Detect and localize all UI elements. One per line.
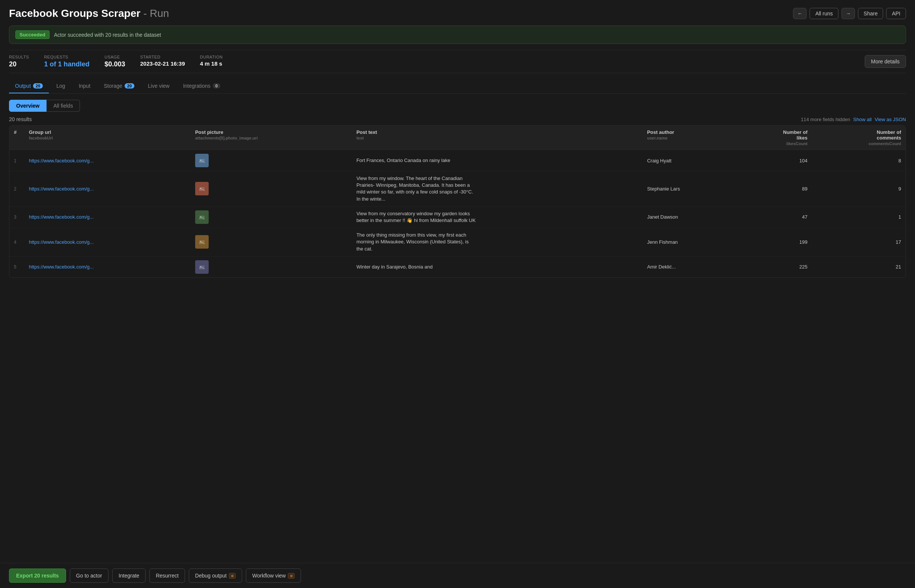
stat-results: RESULTS 20 (9, 55, 29, 68)
cell-comments: 21 (812, 256, 905, 278)
view-toggle: Overview All fields (9, 100, 906, 112)
cell-post-text: View from my window. The heart of the Ca… (352, 171, 643, 207)
stat-started: STARTED 2023-02-21 16:39 (140, 55, 185, 68)
status-badge: Succeeded (15, 31, 50, 39)
table-row: 3https://www.facebook.com/g... View from… (10, 206, 905, 228)
col-header-post-author: Post author user.name (643, 126, 737, 150)
tab-output[interactable]: Output 20 (9, 79, 49, 94)
results-header: 20 results 114 more fields hidden Show a… (9, 116, 906, 122)
nav-next-button[interactable]: → (841, 8, 855, 19)
nav-prev-button[interactable]: ← (793, 8, 806, 19)
stats-row: RESULTS 20 REQUESTS 1 of 1 handled USAGE… (9, 50, 906, 73)
table-body: 1https://www.facebook.com/g... Fort Fran… (10, 150, 905, 278)
cell-post-text: Winter day in Sarajevo, Bosnia and (352, 256, 643, 278)
url-link[interactable]: https://www.facebook.com/g... (29, 214, 94, 220)
resurrect-button[interactable]: Resurrect (149, 569, 185, 583)
page-header: Facebook Groups Scraper - Run ← All runs… (9, 8, 906, 19)
results-count: 20 results (9, 116, 32, 122)
tab-storage[interactable]: Storage 20 (98, 79, 140, 94)
table-row: 4https://www.facebook.com/g... The only … (10, 228, 905, 257)
col-header-comments: Number ofcomments commentsCount (812, 126, 905, 150)
col-header-num: # (10, 126, 24, 150)
overview-view-button[interactable]: Overview (9, 100, 47, 112)
status-message: Actor succeeded with 20 results in the d… (54, 32, 161, 38)
cell-comments: 17 (812, 228, 905, 257)
url-link[interactable]: https://www.facebook.com/g... (29, 264, 94, 270)
status-bar: Succeeded Actor succeeded with 20 result… (9, 26, 906, 44)
results-meta: 114 more fields hidden Show all View as … (801, 116, 906, 122)
cell-row-num: 5 (10, 256, 24, 278)
cell-likes: 225 (737, 256, 812, 278)
cell-author: Janet Dawson (643, 206, 737, 228)
tabs-bar: Output 20 Log Input Storage 20 Live view… (9, 79, 906, 94)
cell-likes: 47 (737, 206, 812, 228)
cell-comments: 9 (812, 171, 905, 207)
cell-picture (191, 228, 352, 257)
cell-url: https://www.facebook.com/g... (24, 171, 191, 207)
more-details-button[interactable]: More details (865, 55, 906, 68)
table-row: 5https://www.facebook.com/g... Winter da… (10, 256, 905, 278)
export-button[interactable]: Export 20 results (9, 569, 66, 583)
url-link[interactable]: https://www.facebook.com/g... (29, 186, 94, 192)
cell-comments: 1 (812, 206, 905, 228)
tab-input[interactable]: Input (73, 79, 96, 94)
all-fields-view-button[interactable]: All fields (47, 100, 80, 112)
bottom-toolbar: Export 20 results Go to actor Integrate … (0, 563, 915, 588)
post-picture-thumb (195, 210, 209, 224)
page-title: Facebook Groups Scraper - Run (9, 8, 169, 19)
results-table-container: # Group url facebookUrl Post picture att… (9, 125, 906, 278)
tab-log[interactable]: Log (50, 79, 71, 94)
cell-row-num: 2 (10, 171, 24, 207)
go-to-actor-button[interactable]: Go to actor (70, 569, 109, 583)
tab-integrations[interactable]: Integrations 0 (177, 79, 226, 94)
post-picture-thumb (195, 260, 209, 274)
stat-duration: DURATION 4 m 18 s (200, 55, 223, 68)
cell-likes: 104 (737, 150, 812, 171)
cell-author: Amir Deklić... (643, 256, 737, 278)
show-all-link[interactable]: Show all (853, 116, 871, 122)
col-header-likes: Number oflikes likesCount (737, 126, 812, 150)
api-button[interactable]: API (886, 8, 906, 19)
col-header-post-picture: Post picture attachments[0].photo_image.… (191, 126, 352, 150)
debug-output-button[interactable]: Debug output α (189, 569, 242, 583)
cell-picture (191, 171, 352, 207)
cell-url: https://www.facebook.com/g... (24, 256, 191, 278)
cell-author: Stephanie Lars (643, 171, 737, 207)
cell-picture (191, 206, 352, 228)
share-button[interactable]: Share (858, 8, 883, 19)
stats-group: RESULTS 20 REQUESTS 1 of 1 handled USAGE… (9, 55, 223, 68)
header-actions: ← All runs → Share API (793, 8, 906, 19)
cell-author: Craig Hyatt (643, 150, 737, 171)
cell-post-text: Fort Frances, Ontario Canada on rainy la… (352, 150, 643, 171)
workflow-view-button[interactable]: Workflow view α (246, 569, 301, 583)
cell-url: https://www.facebook.com/g... (24, 150, 191, 171)
cell-picture (191, 150, 352, 171)
cell-comments: 8 (812, 150, 905, 171)
url-link[interactable]: https://www.facebook.com/g... (29, 239, 94, 245)
post-picture-thumb (195, 182, 209, 195)
cell-post-text: The only thing missing from this view, m… (352, 228, 643, 257)
col-header-group-url: Group url facebookUrl (24, 126, 191, 150)
post-picture-thumb (195, 154, 209, 167)
col-header-post-text: Post text text (352, 126, 643, 150)
stat-usage: USAGE $0.003 (104, 55, 125, 68)
cell-row-num: 3 (10, 206, 24, 228)
all-runs-button[interactable]: All runs (810, 8, 839, 19)
cell-row-num: 4 (10, 228, 24, 257)
integrate-button[interactable]: Integrate (112, 569, 146, 583)
cell-likes: 199 (737, 228, 812, 257)
view-as-json-link[interactable]: View as JSON (875, 116, 906, 122)
post-picture-thumb (195, 235, 209, 249)
hidden-fields-text: 114 more fields hidden (801, 116, 850, 122)
url-link[interactable]: https://www.facebook.com/g... (29, 158, 94, 163)
cell-url: https://www.facebook.com/g... (24, 228, 191, 257)
cell-post-text: View from my conservatory window my gard… (352, 206, 643, 228)
cell-picture (191, 256, 352, 278)
cell-url: https://www.facebook.com/g... (24, 206, 191, 228)
cell-author: Jenn Fishman (643, 228, 737, 257)
tab-live-view[interactable]: Live view (142, 79, 176, 94)
table-row: 2https://www.facebook.com/g... View from… (10, 171, 905, 207)
results-table: # Group url facebookUrl Post picture att… (10, 126, 905, 278)
cell-row-num: 1 (10, 150, 24, 171)
stat-requests: REQUESTS 1 of 1 handled (44, 55, 89, 68)
